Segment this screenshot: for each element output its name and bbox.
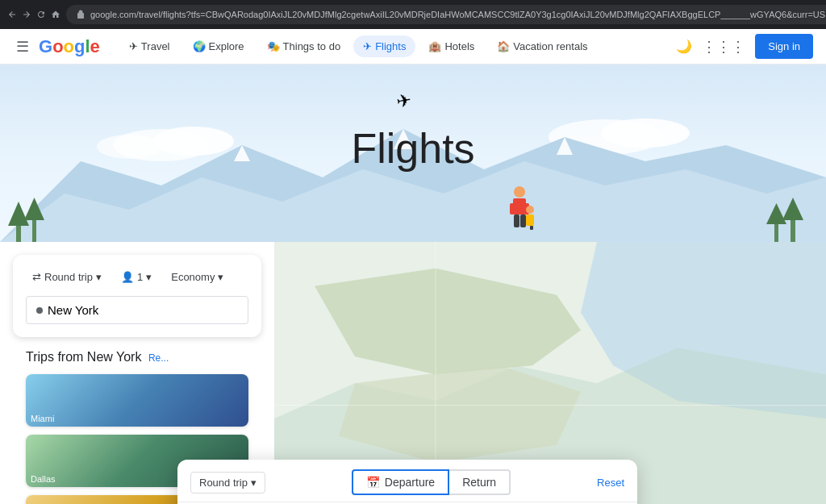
swap-icon: ⇄ <box>32 271 41 283</box>
sign-in-button[interactable]: Sign in <box>755 34 813 59</box>
reload-button[interactable] <box>35 9 47 20</box>
google-nav: ☰ Google ✈ Travel 🌍 Explore 🎭 Things to … <box>0 29 826 65</box>
person-icon: 👤 <box>121 271 134 283</box>
explore-icon: 🌍 <box>193 40 206 52</box>
svg-rect-20 <box>510 203 515 215</box>
vacation-icon: 🏠 <box>497 40 510 52</box>
svg-point-1 <box>153 127 234 156</box>
passengers-chevron: ▾ <box>146 271 152 283</box>
departure-tab[interactable]: 📅 Departure <box>352 469 449 495</box>
calendar-icon: 📅 <box>366 476 380 489</box>
svg-rect-26 <box>530 226 533 230</box>
travel-icon: ✈ <box>129 40 138 52</box>
hero-title: Flights <box>351 124 474 173</box>
main-content: ⇄ Round trip ▾ 👤 1 ▾ Economy ▾ New York <box>0 242 826 504</box>
hero-plane: ✈ <box>394 90 412 114</box>
dark-mode-button[interactable]: 🌙 <box>676 39 692 54</box>
nav-tab-flights[interactable]: ✈ Flights <box>353 35 415 57</box>
trips-title: Trips from New York Re... <box>26 350 248 364</box>
dep-return-tabs: 📅 Departure Return <box>272 469 590 495</box>
cabin-chevron: ▾ <box>218 271 223 283</box>
trip-card-2-label: Dallas <box>31 474 56 484</box>
nav-tab-hotels[interactable]: 🏨 Hotels <box>419 35 484 57</box>
trip-type-chevron: ▾ <box>96 271 102 283</box>
url-bar[interactable]: google.com/travel/flights?tfs=CBwQARodag… <box>66 5 826 24</box>
svg-rect-22 <box>514 215 519 227</box>
browser-controls <box>6 9 61 20</box>
google-logo: Google <box>39 36 100 57</box>
trip-type-button[interactable]: ⇄ Round trip ▾ <box>26 268 108 286</box>
nav-tab-things-to-do[interactable]: 🎭 Things to do <box>257 35 351 57</box>
origin-input[interactable]: New York <box>26 296 248 324</box>
hamburger-icon[interactable]: ☰ <box>13 35 32 59</box>
roundtrip-chevron: ▾ <box>251 477 257 489</box>
reset-button[interactable]: Reset <box>597 477 624 489</box>
url-text: google.com/travel/flights?tfs=CBwQARodag… <box>90 10 826 19</box>
home-button[interactable] <box>50 9 61 20</box>
return-tab[interactable]: Return <box>449 469 511 495</box>
svg-rect-19 <box>513 198 526 215</box>
svg-rect-25 <box>526 215 534 226</box>
passengers-button[interactable]: 👤 1 ▾ <box>115 268 158 286</box>
svg-point-4 <box>601 119 690 148</box>
svg-point-24 <box>526 206 534 214</box>
search-input-row: New York <box>26 296 248 324</box>
nav-tab-explore[interactable]: 🌍 Explore <box>183 35 254 57</box>
nav-tab-vacation-rentals[interactable]: 🏠 Vacation rentals <box>487 35 597 57</box>
flight-search-box: ⇄ Round trip ▾ 👤 1 ▾ Economy ▾ New York <box>13 255 261 337</box>
things-icon: 🎭 <box>267 40 280 52</box>
hero-section: ✈ Flights <box>0 65 826 242</box>
svg-rect-23 <box>520 215 526 227</box>
svg-point-2 <box>97 135 161 159</box>
svg-marker-11 <box>8 202 29 226</box>
origin-dot <box>36 307 43 314</box>
search-options: ⇄ Round trip ▾ 👤 1 ▾ Economy ▾ <box>26 268 248 286</box>
back-button[interactable] <box>6 9 18 20</box>
trip-card-1[interactable]: Miami <box>26 374 248 427</box>
hotels-icon: 🏨 <box>428 40 441 52</box>
browser-bar: google.com/travel/flights?tfs=CBwQARodag… <box>0 0 826 29</box>
trip-card-1-label: Miami <box>31 414 54 423</box>
flights-icon: ✈ <box>363 40 372 52</box>
nav-tabs: ✈ Travel 🌍 Explore 🎭 Things to do ✈ Flig… <box>119 35 670 57</box>
calendar-header: Round trip ▾ 📅 Departure Return Reset <box>177 460 637 502</box>
roundtrip-select[interactable]: Round trip ▾ <box>190 472 265 494</box>
svg-point-18 <box>514 186 525 198</box>
nav-tab-travel[interactable]: ✈ Travel <box>119 35 180 57</box>
trips-more-link[interactable]: Re... <box>148 352 169 364</box>
cabin-class-button[interactable]: Economy ▾ <box>165 268 230 286</box>
calendar-overlay: Round trip ▾ 📅 Departure Return Reset Au… <box>177 460 637 504</box>
apps-button[interactable]: ⋮⋮⋮ <box>702 38 745 56</box>
nav-right: 🌙 ⋮⋮⋮ Sign in <box>676 34 813 59</box>
forward-button[interactable] <box>21 9 32 20</box>
